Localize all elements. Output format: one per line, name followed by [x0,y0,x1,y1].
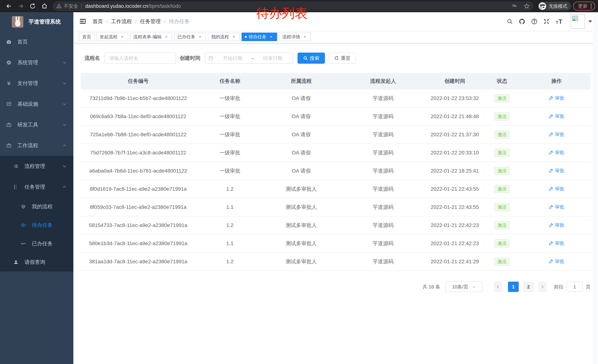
cell-starter: 芋道源码 [338,216,428,235]
tag-done-tasks[interactable]: 已办任务× [174,32,206,41]
table-row: 069c6a63-7b8a-11ec-8ef0-acde48001122 一级审… [81,107,590,126]
approve-button[interactable]: 审批 [549,240,564,246]
close-icon[interactable]: × [164,34,169,40]
url-text: dashboard.yudao.iocoder.cn/bpm/task/todo [85,3,181,9]
refresh-icon [334,56,339,61]
approve-button[interactable]: 审批 [549,131,564,138]
close-icon[interactable]: × [198,34,203,40]
gear-icon [6,60,11,65]
cell-actions: 审批 [523,126,590,144]
cell-starter: 芋道源码 [338,89,428,107]
next-page-button[interactable] [538,282,547,292]
back-icon[interactable] [4,1,14,11]
scrollbar-track[interactable] [593,12,598,364]
breadcrumb-workflow[interactable]: 工作流程 [111,18,132,25]
monitor-icon [6,101,11,107]
col-starter: 流程发起人 [338,73,428,89]
browser-update-button[interactable]: 更新 [573,2,595,11]
edit-icon [549,259,554,264]
sidebar-item-home[interactable]: 首页 [0,32,73,52]
chevron-up-icon [62,143,67,148]
chevron-down-icon [62,60,67,65]
tag-my-process[interactable]: 我的流程× [208,32,240,41]
forward-icon[interactable] [16,1,25,11]
tag-todo-tasks[interactable]: 待办任务× [241,32,277,41]
cell-task-id: 58154733-7ac8-11ec-a9e2-a2380e71991a [81,216,196,235]
approve-button[interactable]: 审批 [549,186,564,192]
home-icon[interactable] [40,1,49,11]
edit-icon [549,241,554,245]
browser-menu-icon[interactable] [590,4,592,8]
sidebar-item-devtools[interactable]: 研发工具 [0,114,73,135]
jump-page-input[interactable]: 1 [566,282,583,292]
user-icon [13,259,18,265]
sidebar-item-done-tasks[interactable]: 已办任务 [0,235,73,253]
approve-button[interactable]: 审批 [549,222,564,228]
cell-task-id: 580e1b3d-7ac8-11ec-a9e2-a2380e71991a [81,235,196,252]
sidebar-menu: 首页 系统管理 ¥ 支付管理 基础设施 [0,32,73,271]
approve-button[interactable]: 审批 [549,95,564,101]
reload-icon[interactable] [28,1,37,11]
approve-button[interactable]: 审批 [549,258,564,264]
cell-process: 测试多审批人 [264,198,338,216]
cell-actions: 审批 [523,144,590,162]
tag-form-edit[interactable]: 流程表单-编辑× [130,32,172,41]
tag-start-process[interactable]: 发起流程× [96,32,128,41]
sidebar-item-leave-query[interactable]: 请假查询 [0,253,73,271]
calendar-icon [208,56,213,61]
cell-process: OA 请假 [264,144,338,162]
prev-page-button[interactable] [494,282,502,292]
date-range-picker[interactable]: 开始日期 - 结束日期 [205,53,293,64]
jump-suffix: 页 [586,284,590,290]
bookmark-star-icon[interactable] [523,3,530,9]
text-size-icon[interactable]: TT [555,18,565,25]
tag-home[interactable]: 首页 [79,32,94,41]
sidebar-logo[interactable]: 芋道管理系统 [0,12,73,32]
close-icon[interactable]: × [302,34,307,40]
page-2-button[interactable]: 2 [523,282,534,292]
fullscreen-icon[interactable] [543,18,550,25]
cell-process: 测试多审批人 [264,180,338,198]
divider [81,4,82,9]
eye-icon [21,223,26,228]
sidebar-item-task-mgmt[interactable]: 任务管理 [0,177,73,197]
help-icon[interactable] [531,18,538,25]
approve-button[interactable]: 审批 [549,149,564,155]
sidebar-item-workflow[interactable]: 工作流程 [0,135,73,156]
cell-starter: 芋道源码 [338,144,428,162]
sidebar-item-my-process[interactable]: 我的流程 [0,197,73,216]
cell-task-name: 一级审批 [196,126,264,144]
hamburger-icon[interactable] [79,18,87,25]
breadcrumb: 首页 / 工作流程 / 任务管理 / 待办任务 [93,18,190,25]
tree-icon [13,184,18,190]
cell-status: 激活 [482,162,523,180]
search-icon[interactable] [507,18,513,25]
page-size-select[interactable]: 10条/页 [445,282,483,292]
sidebar-item-todo-tasks[interactable]: 待办任务 [0,216,73,235]
close-icon[interactable]: × [231,34,236,40]
key-icon[interactable] [512,3,518,9]
page-1-button[interactable]: 1 [508,282,519,292]
github-icon[interactable] [519,18,525,25]
sidebar-item-payment[interactable]: ¥ 支付管理 [0,73,73,94]
approve-button[interactable]: 审批 [549,113,564,119]
tag-process-detail[interactable]: 流程详情× [279,32,311,41]
process-name-input[interactable]: 请输入流程名 [105,53,176,64]
pagination: 共 16 条 10条/页 1 2 前往 1 页 [73,282,590,292]
sidebar-item-system[interactable]: 系统管理 [0,52,73,73]
edit-icon [549,223,554,227]
sidebar-item-process-mgmt[interactable]: 流程管理 [0,156,73,177]
breadcrumb-taskmgmt[interactable]: 任务管理 [140,18,161,25]
caret-down-icon[interactable] [588,20,592,23]
edit-icon [549,96,554,100]
close-icon[interactable]: × [120,34,125,40]
breadcrumb-home[interactable]: 首页 [93,18,103,25]
sidebar-item-infra[interactable]: 基础设施 [0,94,73,114]
reset-button[interactable]: 重置 [329,53,356,64]
approve-button[interactable]: 审批 [549,204,564,210]
navbar: 首页 / 工作流程 / 任务管理 / 待办任务 TT [73,12,598,31]
search-button[interactable]: 搜索 [298,53,325,64]
avatar[interactable] [571,14,585,29]
approve-button[interactable]: 审批 [549,168,564,174]
close-icon[interactable]: × [269,34,274,40]
